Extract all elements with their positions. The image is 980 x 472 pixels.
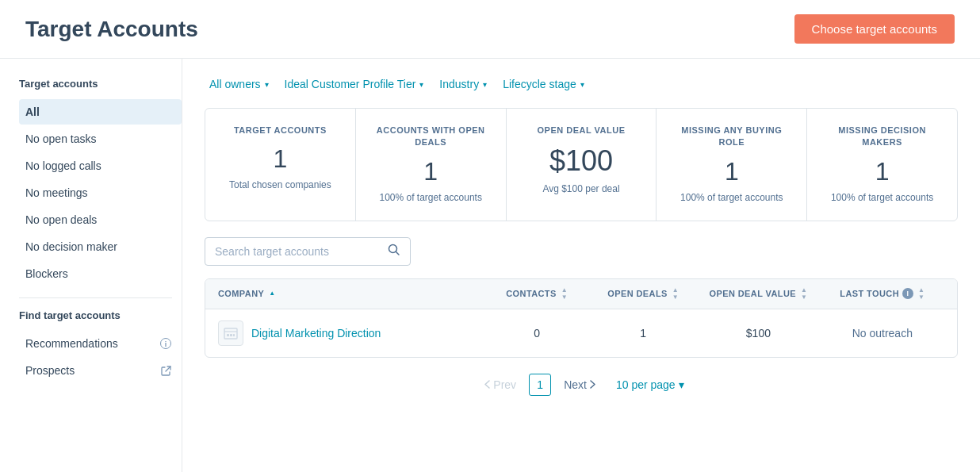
sidebar-item-no-decision-maker[interactable]: No decision maker [19, 234, 182, 259]
th-open-deals[interactable]: OPEN DEALS ▲▼ [590, 287, 696, 301]
sort-arrows-company: ▲ [269, 290, 275, 297]
choose-target-accounts-button[interactable]: Choose target accounts [794, 14, 955, 44]
th-open-deal-value[interactable]: OPEN DEAL VALUE ▲▼ [696, 287, 820, 301]
stats-row: TARGET ACCOUNTS 1 Total chosen companies… [205, 108, 958, 221]
table-header: COMPANY ▲ CONTACTS ▲▼ OPEN DEALS ▲▼ [205, 279, 957, 309]
sort-arrows-open-deals: ▲▼ [672, 287, 679, 301]
sidebar-item-prospects[interactable]: Prospects [19, 358, 182, 383]
chevron-down-icon: ▾ [483, 80, 487, 89]
svg-rect-6 [233, 334, 235, 336]
sidebar-item-no-logged-calls[interactable]: No logged calls [19, 153, 182, 178]
prev-button[interactable]: Prev [478, 375, 523, 394]
sort-arrows-contacts: ▲▼ [561, 287, 568, 301]
sort-arrows-last-touch: ▲▼ [918, 287, 924, 301]
sidebar-divider [19, 297, 172, 298]
svg-rect-4 [227, 334, 229, 336]
accounts-table: COMPANY ▲ CONTACTS ▲▼ OPEN DEALS ▲▼ [205, 278, 958, 358]
svg-text:i: i [165, 340, 167, 348]
chevron-down-icon: ▾ [580, 80, 584, 89]
external-link-icon [159, 364, 172, 377]
sidebar-item-no-open-tasks[interactable]: No open tasks [19, 126, 182, 152]
sidebar-item-blockers[interactable]: Blockers [19, 261, 182, 286]
company-icon [218, 320, 243, 346]
stat-missing-buying-role: MISSING ANY BUYING ROLE 1 100% of target… [657, 109, 807, 221]
sidebar-item-recommendations[interactable]: Recommendations i [19, 331, 182, 356]
stat-accounts-open-deals: ACCOUNTS WITH OPEN DEALS 1 100% of targe… [356, 109, 507, 221]
chevron-down-icon: ▾ [419, 80, 423, 89]
td-last-touch: No outreach [821, 327, 944, 340]
filter-icp-tier[interactable]: Ideal Customer Profile Tier ▾ [280, 75, 429, 94]
stat-missing-decision-makers: MISSING DECISION MAKERS 1 100% of target… [807, 109, 957, 221]
filter-bar: All owners ▾ Ideal Customer Profile Tier… [205, 75, 958, 94]
search-bar[interactable] [205, 237, 411, 266]
td-open-deals: 1 [590, 327, 696, 340]
search-icon [388, 244, 400, 259]
filter-all-owners[interactable]: All owners ▾ [205, 75, 274, 94]
svg-rect-5 [230, 334, 232, 336]
chevron-down-icon: ▾ [679, 378, 684, 391]
th-last-touch[interactable]: LAST TOUCH i ▲▼ [821, 287, 944, 301]
stat-target-accounts: TARGET ACCOUNTS 1 Total chosen companies [205, 109, 356, 221]
sidebar-item-no-meetings[interactable]: No meetings [19, 180, 182, 205]
sidebar-item-no-open-deals[interactable]: No open deals [19, 207, 182, 232]
stat-open-deal-value: OPEN DEAL VALUE $100 Avg $100 per deal [507, 109, 657, 221]
info-icon: i [159, 337, 172, 350]
next-button[interactable]: Next [557, 375, 602, 394]
svg-rect-3 [224, 328, 237, 339]
td-company: Digital Marketing Direction [218, 320, 484, 346]
sidebar-section-find: Find target accounts [19, 309, 182, 321]
sidebar: Target accounts All No open tasks No log… [0, 59, 182, 472]
table-row: Digital Marketing Direction 0 1 $100 No … [205, 309, 957, 357]
page-title: Target Accounts [25, 17, 198, 42]
filter-lifecycle-stage[interactable]: Lifecycle stage ▾ [498, 75, 589, 94]
th-company[interactable]: COMPANY ▲ [218, 287, 484, 301]
td-contacts: 0 [484, 327, 590, 340]
sidebar-section-target-accounts: Target accounts [19, 78, 182, 90]
last-touch-info-icon[interactable]: i [902, 288, 913, 299]
pagination: Prev 1 Next 10 per page ▾ [205, 374, 958, 396]
page-number[interactable]: 1 [529, 374, 551, 396]
th-contacts[interactable]: CONTACTS ▲▼ [484, 287, 590, 301]
chevron-down-icon: ▾ [265, 80, 269, 89]
sort-arrows-open-deal-value: ▲▼ [801, 287, 807, 301]
sidebar-item-all[interactable]: All [19, 99, 182, 125]
company-name-link[interactable]: Digital Marketing Direction [251, 327, 381, 340]
page-header: Target Accounts Choose target accounts [0, 0, 980, 59]
filter-industry[interactable]: Industry ▾ [434, 75, 492, 94]
main-content: All owners ▾ Ideal Customer Profile Tier… [182, 59, 980, 472]
search-input[interactable] [215, 245, 388, 258]
td-open-deal-value: $100 [696, 327, 820, 340]
main-layout: Target accounts All No open tasks No log… [0, 59, 980, 472]
per-page-button[interactable]: 10 per page ▾ [616, 378, 684, 391]
